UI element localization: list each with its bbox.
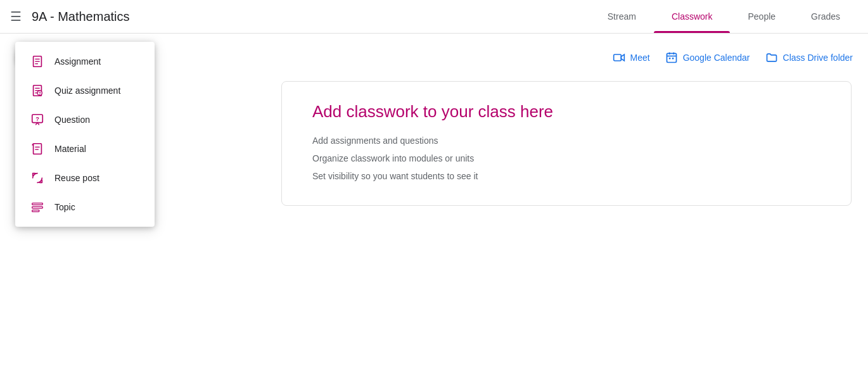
tab-grades[interactable]: Grades <box>793 0 858 33</box>
calendar-label: Google Calendar <box>683 53 750 63</box>
meet-label: Meet <box>630 53 650 63</box>
drive-link[interactable]: Class Drive folder <box>765 51 853 64</box>
menu-item-reuse-label: Reuse post <box>54 173 99 183</box>
assignment-icon <box>30 54 44 68</box>
classwork-line-2: Organize classwork into modules or units <box>312 149 820 167</box>
svg-rect-6 <box>672 58 673 60</box>
meet-icon <box>613 51 625 64</box>
svg-rect-22 <box>32 203 43 205</box>
meet-link[interactable]: Meet <box>613 51 650 64</box>
tab-classwork[interactable]: Classwork <box>654 0 731 33</box>
calendar-link[interactable]: Google Calendar <box>665 51 750 64</box>
classwork-card-text: Add assignments and questions Organize c… <box>312 132 820 185</box>
menu-item-material[interactable]: Material <box>15 134 155 163</box>
svg-text:?: ? <box>35 116 39 122</box>
svg-rect-5 <box>668 58 670 60</box>
material-icon <box>30 142 44 156</box>
svg-rect-23 <box>32 206 43 208</box>
tab-people[interactable]: People <box>730 0 793 33</box>
menu-item-question[interactable]: ? Question <box>15 105 155 134</box>
drive-folder-icon <box>765 51 778 64</box>
topic-icon <box>30 200 44 214</box>
question-icon: ? <box>30 113 44 127</box>
create-dropdown-menu: Assignment ? Quiz assignment ? Question <box>15 42 155 227</box>
header: ☰ 9A - Mathematics Stream Classwork Peop… <box>0 0 868 34</box>
classwork-line-1: Add assignments and questions <box>312 132 820 149</box>
menu-item-quiz-assignment[interactable]: ? Quiz assignment <box>15 76 155 105</box>
menu-item-assignment-label: Assignment <box>54 56 101 66</box>
svg-rect-24 <box>32 210 39 212</box>
classwork-card-title: Add classwork to your class here <box>312 102 820 122</box>
menu-item-assignment[interactable]: Assignment <box>15 47 155 76</box>
svg-rect-19 <box>34 144 42 155</box>
menu-item-topic-label: Topic <box>54 202 75 212</box>
menu-item-reuse-post[interactable]: Reuse post <box>15 163 155 193</box>
drive-label: Class Drive folder <box>783 53 853 63</box>
classwork-card: Add classwork to your class here Add ass… <box>281 81 852 206</box>
calendar-icon <box>665 51 678 64</box>
reuse-post-icon <box>30 171 44 185</box>
page-title: 9A - Mathematics <box>32 10 130 24</box>
tab-stream[interactable]: Stream <box>590 0 654 33</box>
menu-icon[interactable]: ☰ <box>10 9 22 24</box>
svg-rect-1 <box>667 53 676 62</box>
svg-text:?: ? <box>39 91 41 96</box>
menu-item-question-label: Question <box>54 115 90 125</box>
quiz-assignment-icon: ? <box>30 84 44 98</box>
toolbar-right: Meet Google Calendar Class Drive folder <box>613 51 853 64</box>
classwork-line-3: Set visibility so you want students to s… <box>312 167 820 185</box>
svg-rect-0 <box>613 54 621 61</box>
menu-item-topic[interactable]: Topic <box>15 193 155 222</box>
menu-item-material-label: Material <box>54 144 86 154</box>
menu-item-quiz-label: Quiz assignment <box>54 86 120 96</box>
nav-tabs: Stream Classwork People Grades <box>590 0 858 33</box>
